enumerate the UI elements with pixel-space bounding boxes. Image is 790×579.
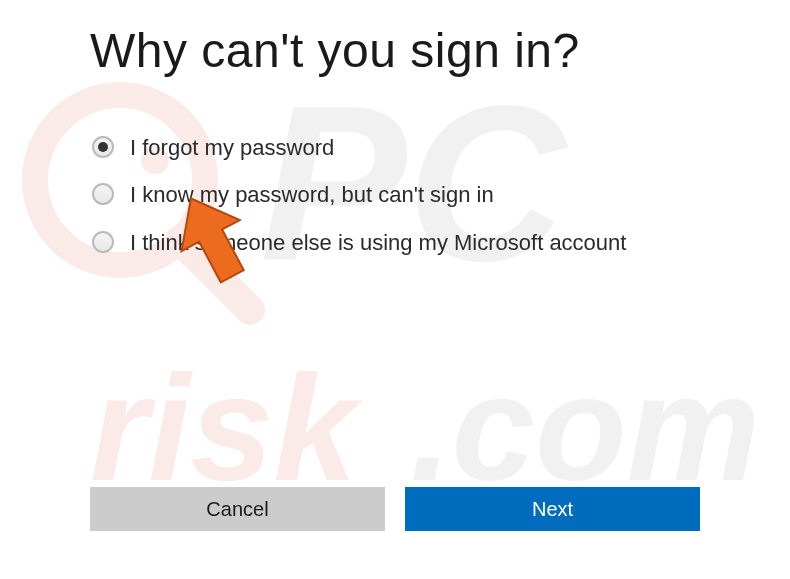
radio-icon — [92, 231, 114, 253]
signin-reason-dialog: Why can't you sign in? I forgot my passw… — [0, 0, 790, 579]
option-label: I forgot my password — [130, 133, 334, 163]
options-group: I forgot my password I know my password,… — [90, 133, 700, 258]
radio-icon — [92, 183, 114, 205]
option-someone-else-using-account[interactable]: I think someone else is using my Microso… — [92, 228, 700, 258]
next-button[interactable]: Next — [405, 487, 700, 531]
dialog-title: Why can't you sign in? — [90, 25, 700, 78]
radio-icon — [92, 136, 114, 158]
option-label: I think someone else is using my Microso… — [130, 228, 626, 258]
option-know-password-cant-signin[interactable]: I know my password, but can't sign in — [92, 180, 700, 210]
option-label: I know my password, but can't sign in — [130, 180, 494, 210]
option-forgot-password[interactable]: I forgot my password — [92, 133, 700, 163]
dialog-button-row: Cancel Next — [90, 487, 700, 531]
cancel-button[interactable]: Cancel — [90, 487, 385, 531]
